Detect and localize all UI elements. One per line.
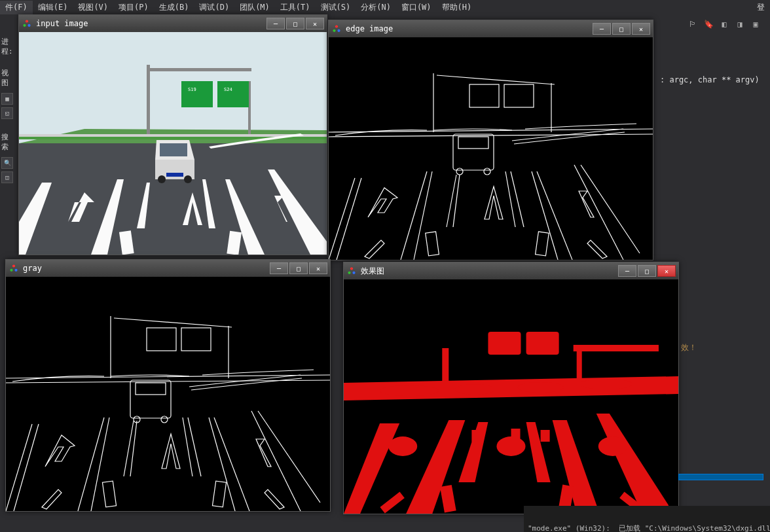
title-edge: edge image (346, 24, 587, 33)
menu-window[interactable]: 窗口(W) (396, 1, 437, 14)
menu-view[interactable]: 视图(V) (73, 1, 113, 14)
menu-test[interactable]: 测试(S) (316, 1, 356, 14)
minimize-button[interactable]: ─ (266, 18, 285, 29)
svg-rect-60 (488, 332, 521, 355)
result-image-content (344, 279, 678, 514)
bookmark-icon[interactable]: 🔖 (703, 19, 714, 29)
login-link[interactable]: 登 (752, 1, 770, 14)
titlebar-edge[interactable]: edge image ─ □ ✕ (329, 20, 653, 37)
svg-rect-63 (574, 345, 659, 351)
svg-point-74 (580, 379, 632, 389)
close-button[interactable]: ✕ (632, 23, 650, 35)
tool-icon-2[interactable]: ◨ (735, 19, 745, 29)
flag-icon[interactable]: 🏳 (688, 19, 698, 29)
input-image-content: S19 S24 (19, 32, 327, 255)
side-label-search: 搜索 (0, 130, 16, 154)
svg-rect-8 (150, 68, 251, 71)
svg-rect-9 (181, 81, 213, 107)
side-icon-2[interactable]: ◱ (1, 107, 13, 119)
maximize-button[interactable]: □ (286, 18, 304, 29)
side-panel: 进程: 视图 ▦ ◱ 搜索 🔍 ◫ (0, 34, 16, 186)
svg-point-28 (337, 29, 340, 32)
menu-team[interactable]: 团队(M) (234, 1, 275, 14)
title-input: input image (36, 19, 261, 28)
svg-rect-77 (511, 429, 521, 440)
svg-text:S24: S24 (224, 87, 232, 92)
menu-debug[interactable]: 调试(D) (194, 1, 234, 14)
svg-point-75 (380, 385, 439, 396)
svg-point-17 (184, 175, 192, 183)
svg-point-0 (26, 20, 28, 22)
menu-build[interactable]: 生成(B) (154, 1, 194, 14)
svg-rect-18 (166, 173, 183, 177)
window-edge-image[interactable]: edge image ─ □ ✕ (328, 20, 653, 260)
side-icon-1[interactable]: ▦ (1, 93, 13, 105)
titlebar-input[interactable]: input image ─ □ ✕ (19, 15, 327, 32)
svg-point-57 (348, 272, 350, 274)
svg-rect-62 (442, 348, 449, 384)
svg-rect-6 (147, 65, 150, 137)
svg-rect-3 (19, 32, 327, 143)
title-result: 效果图 (361, 266, 613, 277)
menu-tools[interactable]: 工具(T) (275, 1, 316, 14)
window-result[interactable]: 效果图 ─ □ ✕ (343, 262, 679, 514)
svg-point-1 (23, 24, 26, 27)
svg-point-43 (14, 269, 17, 272)
svg-point-27 (333, 29, 335, 32)
svg-point-42 (10, 269, 12, 272)
maximize-button[interactable]: □ (638, 265, 656, 277)
svg-rect-15 (160, 143, 187, 156)
opencv-icon (22, 18, 32, 29)
window-input-image[interactable]: input image ─ □ ✕ S19 S24 (18, 14, 327, 255)
progress-bar (678, 474, 763, 480)
svg-rect-64 (577, 351, 582, 381)
svg-rect-10 (217, 81, 249, 107)
code-line: : argc, char ** argv) (660, 75, 760, 84)
minimize-button[interactable]: ─ (618, 265, 636, 277)
side-text: 效！ (681, 342, 697, 353)
minimize-button[interactable]: ─ (270, 262, 288, 274)
output-line-1: "mode.exe" (Win32): 已加载 "C:\Windows\Syst… (528, 524, 766, 532)
title-gray: gray (23, 264, 265, 273)
svg-point-65 (388, 436, 417, 456)
maximize-button[interactable]: □ (612, 23, 631, 35)
window-gray[interactable]: gray ─ □ ✕ (5, 259, 331, 512)
svg-point-2 (28, 24, 30, 27)
side-icon-3[interactable]: 🔍 (1, 157, 13, 169)
svg-point-16 (158, 175, 166, 183)
titlebar-gray[interactable]: gray ─ □ ✕ (6, 260, 330, 277)
svg-point-67 (598, 436, 627, 456)
code-editor[interactable]: : argc, char ** argv) (655, 52, 770, 90)
menu-help[interactable]: 帮助(H) (437, 1, 477, 14)
menu-file[interactable]: 件(F) (0, 1, 33, 14)
tool-icon-1[interactable]: ◧ (719, 19, 729, 29)
svg-rect-44 (6, 277, 330, 511)
side-label-view: 视图 (0, 65, 16, 90)
gray-image-content (6, 277, 330, 511)
menu-project[interactable]: 项目(P) (113, 1, 154, 14)
svg-text:S19: S19 (188, 87, 196, 92)
svg-point-56 (350, 267, 353, 270)
close-button[interactable]: ✕ (657, 265, 676, 277)
svg-point-26 (335, 25, 338, 27)
svg-point-58 (352, 272, 355, 274)
close-button[interactable]: ✕ (309, 262, 327, 274)
opencv-icon (331, 24, 342, 34)
close-button[interactable]: ✕ (306, 18, 324, 29)
side-icon-4[interactable]: ◫ (1, 171, 13, 183)
svg-point-72 (455, 384, 494, 395)
svg-rect-29 (329, 37, 653, 260)
opencv-icon (346, 266, 357, 276)
svg-rect-76 (471, 430, 481, 442)
svg-rect-61 (526, 332, 559, 355)
maximize-button[interactable]: □ (289, 262, 308, 274)
menu-analyze[interactable]: 分析(N) (356, 1, 396, 14)
svg-point-41 (12, 264, 15, 267)
menu-edit[interactable]: 编辑(E) (33, 1, 73, 14)
minimize-button[interactable]: ─ (593, 23, 611, 35)
output-panel[interactable]: "mode.exe" (Win32): 已加载 "C:\Windows\Syst… (524, 506, 770, 532)
edge-image-content (329, 37, 653, 260)
tool-icon-3[interactable]: ▣ (750, 19, 761, 29)
titlebar-result[interactable]: 效果图 ─ □ ✕ (344, 262, 678, 279)
svg-point-73 (518, 382, 564, 393)
